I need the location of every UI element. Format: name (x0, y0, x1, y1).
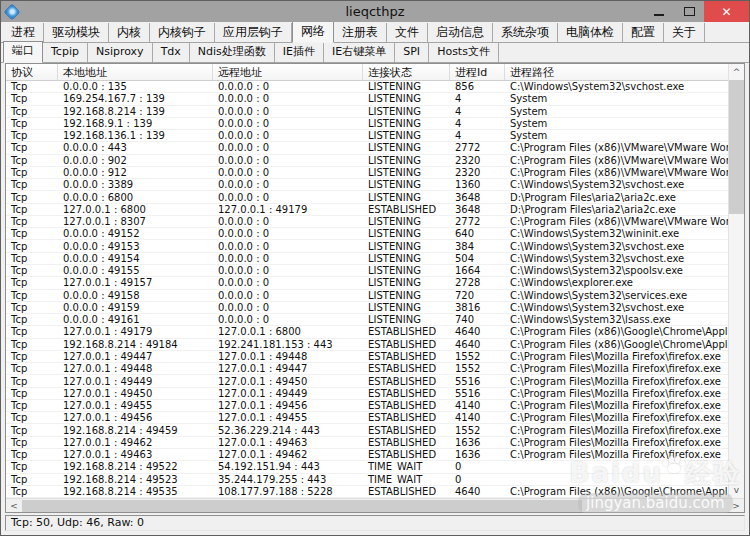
column-header-protocol[interactable]: 协议 (6, 64, 58, 80)
cell-remote-address: 127.0.0.1 : 49462 (213, 449, 363, 460)
table-row[interactable]: Tcp192.168.8.214 : 49535108.177.97.188 :… (6, 486, 728, 498)
cell-remote-address: 0.0.0.0 : 0 (213, 277, 363, 288)
table-row[interactable]: Tcp127.0.0.1 : 49456127.0.0.1 : 49455EST… (6, 412, 728, 424)
column-header-pid[interactable]: 进程Id (450, 64, 505, 80)
vertical-scroll-track[interactable] (729, 214, 744, 482)
cell-local-address: 127.0.0.1 : 49456 (58, 412, 213, 423)
table-row[interactable]: Tcp127.0.0.1 : 49447127.0.0.1 : 49448EST… (6, 351, 728, 363)
table-row[interactable]: Tcp0.0.0.0 : 491610.0.0.0 : 0LISTENING74… (6, 314, 728, 326)
subtab-tdx[interactable]: Tdx (153, 43, 190, 62)
subtab-ie-context-menu[interactable]: IE右键菜单 (324, 43, 395, 62)
cell-remote-address: 0.0.0.0 : 0 (213, 155, 363, 166)
cell-state: ESTABLISHED (363, 449, 450, 460)
cell-pid: 4140 (450, 412, 505, 423)
table-row[interactable]: Tcp0.0.0.0 : 1350.0.0.0 : 0LISTENING856C… (6, 81, 728, 93)
tab-config[interactable]: 配置 (623, 23, 664, 42)
cell-pid: 4 (450, 118, 505, 129)
table-row[interactable]: Tcp0.0.0.0 : 491590.0.0.0 : 0LISTENING38… (6, 302, 728, 314)
scroll-left-icon[interactable]: < (6, 501, 22, 511)
cell-protocol: Tcp (6, 314, 58, 325)
cell-state: LISTENING (363, 265, 450, 276)
column-header-state[interactable]: 连接状态 (363, 64, 450, 80)
cell-remote-address: 0.0.0.0 : 0 (213, 192, 363, 203)
subtab-ie-plugin[interactable]: IE插件 (275, 43, 324, 62)
table-row[interactable]: Tcp169.254.167.7 : 1390.0.0.0 : 0LISTENI… (6, 93, 728, 105)
cell-remote-address: 0.0.0.0 : 0 (213, 241, 363, 252)
horizontal-scrollbar[interactable]: < > (6, 498, 744, 512)
table-row[interactable]: Tcp127.0.0.1 : 491570.0.0.0 : 0LISTENING… (6, 277, 728, 289)
cell-protocol: Tcp (6, 486, 58, 497)
cell-pid: 1552 (450, 351, 505, 362)
table-row[interactable]: Tcp127.0.0.1 : 49463127.0.0.1 : 49462EST… (6, 449, 728, 461)
table-row[interactable]: Tcp192.168.8.214 : 4945952.36.229.214 : … (6, 424, 728, 436)
cell-local-address: 127.0.0.1 : 8307 (58, 216, 213, 227)
app-gem-icon[interactable] (4, 3, 21, 20)
table-row[interactable]: Tcp127.0.0.1 : 49449127.0.0.1 : 49450EST… (6, 375, 728, 387)
tab-about[interactable]: 关于 (664, 23, 705, 42)
table-row[interactable]: Tcp192.168.8.214 : 4952335.244.179.255 :… (6, 474, 728, 486)
cell-path: C:\Windows\explorer.exe (505, 277, 728, 288)
table-row[interactable]: Tcp0.0.0.0 : 491580.0.0.0 : 0LISTENING72… (6, 290, 728, 302)
cell-remote-address: 0.0.0.0 : 0 (213, 93, 363, 104)
cell-remote-address: 127.0.0.1 : 49179 (213, 204, 363, 215)
table-row[interactable]: Tcp127.0.0.1 : 49179127.0.0.1 : 6800ESTA… (6, 326, 728, 338)
table-row[interactable]: Tcp127.0.0.1 : 6800127.0.0.1 : 49179ESTA… (6, 204, 728, 216)
maximize-button[interactable] (674, 1, 704, 22)
tab-kernel-hook[interactable]: 内核钩子 (150, 23, 215, 42)
tab-registry[interactable]: 注册表 (334, 23, 387, 42)
minimize-button[interactable] (644, 1, 674, 22)
tab-startup-info[interactable]: 启动信息 (428, 23, 493, 42)
table-row[interactable]: Tcp127.0.0.1 : 49462127.0.0.1 : 49463EST… (6, 437, 728, 449)
tab-driver-module[interactable]: 驱动模块 (44, 23, 109, 42)
tab-system-misc[interactable]: 系统杂项 (493, 23, 558, 42)
vertical-scrollbar[interactable]: ^ v (728, 64, 744, 498)
cell-path: C:\Program Files\Mozilla Firefox\firefox… (505, 437, 728, 448)
table-row[interactable]: Tcp0.0.0.0 : 9020.0.0.0 : 0LISTENING2320… (6, 155, 728, 167)
table-row[interactable]: Tcp0.0.0.0 : 4430.0.0.0 : 0LISTENING2772… (6, 142, 728, 154)
table-row[interactable]: Tcp0.0.0.0 : 68000.0.0.0 : 0LISTENING364… (6, 191, 728, 203)
table-row[interactable]: Tcp0.0.0.0 : 491520.0.0.0 : 0LISTENING64… (6, 228, 728, 240)
tab-file[interactable]: 文件 (387, 23, 428, 42)
subtab-port[interactable]: 端口 (3, 41, 43, 63)
table-row[interactable]: Tcp0.0.0.0 : 33890.0.0.0 : 0LISTENING136… (6, 179, 728, 191)
cell-path: C:\Windows\System32\svchost.exe (505, 179, 728, 190)
tab-network[interactable]: 网络 (292, 21, 334, 43)
table-row[interactable]: Tcp192.168.9.1 : 1390.0.0.0 : 0LISTENING… (6, 118, 728, 130)
horizontal-scroll-thumb[interactable] (22, 500, 582, 512)
vertical-scroll-thumb[interactable] (729, 80, 744, 214)
tab-app-layer-hook[interactable]: 应用层钩子 (215, 23, 292, 42)
table-row[interactable]: Tcp192.168.8.214 : 4952254.192.151.94 : … (6, 461, 728, 473)
table-row[interactable]: Tcp0.0.0.0 : 9120.0.0.0 : 0LISTENING2320… (6, 167, 728, 179)
table-row[interactable]: Tcp0.0.0.0 : 491540.0.0.0 : 0LISTENING50… (6, 253, 728, 265)
subtab-hosts-file[interactable]: Hosts文件 (429, 43, 499, 62)
table-row[interactable]: Tcp0.0.0.0 : 491530.0.0.0 : 0LISTENING38… (6, 240, 728, 252)
subtab-tcpip[interactable]: Tcpip (43, 43, 88, 62)
table-row[interactable]: Tcp192.168.8.214 : 1390.0.0.0 : 0LISTENI… (6, 106, 728, 118)
cell-state: LISTENING (363, 81, 450, 92)
column-header-local-address[interactable]: 本地地址 (58, 64, 213, 80)
cell-local-address: 0.0.0.0 : 135 (58, 81, 213, 92)
tab-kernel[interactable]: 内核 (109, 23, 150, 42)
tab-process[interactable]: 进程 (3, 23, 44, 42)
table-row[interactable]: Tcp127.0.0.1 : 49455127.0.0.1 : 49456EST… (6, 400, 728, 412)
table-row[interactable]: Tcp192.168.136.1 : 1390.0.0.0 : 0LISTENI… (6, 130, 728, 142)
column-header-path[interactable]: 进程路径 (505, 64, 728, 80)
column-header-remote-address[interactable]: 远程地址 (213, 64, 363, 80)
tab-pc-checkup[interactable]: 电脑体检 (558, 23, 623, 42)
scroll-right-icon[interactable]: > (728, 501, 744, 511)
cell-protocol: Tcp (6, 265, 58, 276)
table-row[interactable]: Tcp0.0.0.0 : 491550.0.0.0 : 0LISTENING16… (6, 265, 728, 277)
cell-remote-address: 0.0.0.0 : 0 (213, 81, 363, 92)
close-button[interactable]: ✕ (704, 1, 749, 22)
maximize-icon (684, 7, 695, 16)
table-row[interactable]: Tcp127.0.0.1 : 49450127.0.0.1 : 49449EST… (6, 388, 728, 400)
table-row[interactable]: Tcp127.0.0.1 : 49448127.0.0.1 : 49447EST… (6, 363, 728, 375)
subtab-spi[interactable]: SPI (395, 43, 429, 62)
subtab-ndis-handler[interactable]: Ndis处理函数 (190, 43, 275, 62)
cell-pid: 4 (450, 93, 505, 104)
subtab-nsiproxy[interactable]: Nsiproxy (88, 43, 153, 62)
table-row[interactable]: Tcp127.0.0.1 : 83070.0.0.0 : 0LISTENING2… (6, 216, 728, 228)
table-row[interactable]: Tcp192.168.8.214 : 49184192.241.181.153 … (6, 339, 728, 351)
scroll-down-icon[interactable]: v (729, 482, 744, 498)
scroll-up-icon[interactable]: ^ (729, 64, 744, 80)
